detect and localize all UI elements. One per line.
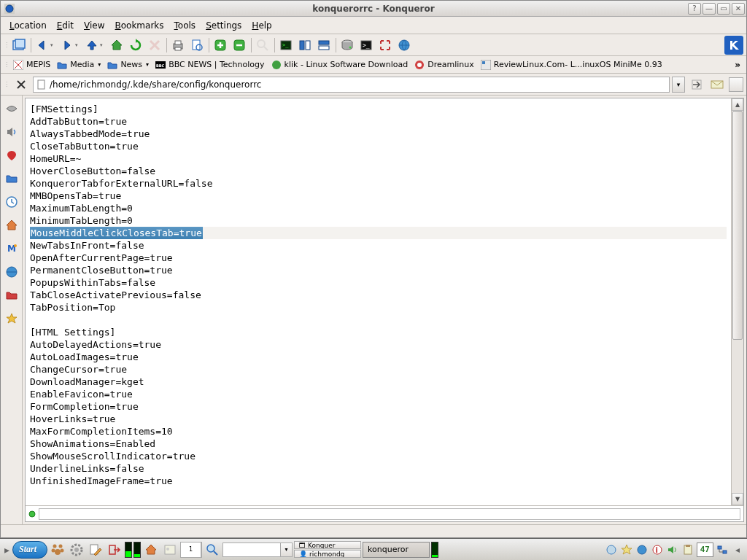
terminal-button[interactable]: >_	[276, 36, 295, 55]
search-icon[interactable]	[204, 541, 221, 559]
scroll-down[interactable]: ▼	[732, 493, 743, 505]
taskbar-item-richmondg[interactable]: 👤richmondg	[294, 550, 361, 558]
bookmark-bbc[interactable]: BBC BBC NEWS | Technology	[152, 58, 267, 72]
back-button[interactable]	[33, 36, 52, 55]
sidebar-home[interactable]	[3, 215, 20, 236]
reload-button[interactable]	[126, 36, 145, 55]
sidebar-network[interactable]	[3, 262, 20, 282]
svg-rect-18	[319, 46, 329, 50]
location-history-dropdown[interactable]: ▾	[672, 77, 685, 93]
konsole-icon[interactable]: >_	[357, 36, 376, 55]
split-vertical-button[interactable]	[295, 36, 314, 55]
sidebar-favorites[interactable]	[3, 308, 20, 329]
start-button[interactable]: Start	[12, 541, 47, 559]
tray-chat-icon[interactable]	[605, 543, 618, 556]
sidebar-audio[interactable]	[3, 122, 20, 142]
svg-text:>_: >_	[363, 42, 370, 49]
tray-star-icon[interactable]	[620, 543, 633, 556]
security-indicator[interactable]	[729, 77, 743, 92]
tray-klipper-icon[interactable]	[681, 543, 694, 556]
desktop-1[interactable]: 1	[181, 542, 201, 557]
logout-icon[interactable]	[106, 541, 123, 559]
status-dot-icon	[28, 510, 36, 518]
app-icon	[4, 3, 15, 15]
paw-icon[interactable]	[49, 541, 66, 559]
toolbar-handle[interactable]	[4, 56, 9, 74]
home-button[interactable]	[107, 36, 126, 55]
taskbar-combo[interactable]: ▾	[222, 542, 293, 557]
svg-rect-31	[482, 61, 485, 64]
location-input[interactable]: /home/richmondg/.kde/share/config/konque…	[33, 77, 670, 93]
hdd-icon[interactable]	[338, 36, 357, 55]
toolbar-handle[interactable]	[4, 36, 9, 55]
home-icon[interactable]	[142, 541, 160, 559]
contact-icon[interactable]	[161, 541, 179, 559]
sidebar-services[interactable]	[3, 98, 20, 119]
minimize-button[interactable]: —	[703, 3, 716, 15]
maximize-button[interactable]: ▭	[717, 3, 730, 15]
sidebar-history[interactable]	[3, 192, 20, 212]
tray-info-icon[interactable]: i	[651, 543, 664, 556]
bookmark-toolbar: MEPIS Media▾ News▾ BBC BBC NEWS | Techno…	[1, 56, 746, 74]
net-meter[interactable]	[431, 542, 438, 558]
scroll-up[interactable]: ▲	[732, 98, 743, 111]
tray-network-icon[interactable]	[716, 543, 729, 556]
sidebar-root[interactable]	[3, 285, 20, 306]
tray-volume-icon[interactable]	[666, 543, 679, 556]
sidebar-mandriva[interactable]: M	[3, 238, 20, 259]
mail-button[interactable]	[708, 77, 726, 93]
location-text: /home/richmondg/.kde/share/config/konque…	[50, 79, 666, 90]
bookmark-reviewlinux[interactable]: ReviewLinux.Com- L...inuxOS MiniMe 0.93	[477, 58, 665, 72]
desktop-pager[interactable]: 1	[180, 542, 202, 558]
clock[interactable]: 47	[697, 542, 713, 557]
bookmarks-overflow[interactable]: »	[732, 58, 743, 71]
menu-edit[interactable]: Edit	[53, 19, 78, 32]
edit-icon[interactable]	[87, 541, 104, 559]
forward-button[interactable]	[58, 36, 77, 55]
menu-view[interactable]: View	[80, 19, 109, 32]
cpu-meter-2[interactable]	[133, 542, 141, 558]
bookmark-klik[interactable]: klik - Linux Software Download	[268, 58, 411, 72]
print-preview-button[interactable]	[187, 36, 206, 55]
find-button[interactable]	[253, 36, 272, 55]
sidebar-bookmarks[interactable]	[3, 145, 20, 166]
zoom-in-button[interactable]	[211, 36, 230, 55]
go-button[interactable]	[688, 77, 705, 93]
fullscreen-button[interactable]	[376, 36, 395, 55]
tray-globe-icon[interactable]	[635, 543, 649, 556]
tray-hide-icon[interactable]: ◂	[731, 543, 744, 556]
bookmark-news[interactable]: News▾	[104, 58, 152, 72]
sidebar-folders[interactable]	[3, 168, 20, 189]
stop-button[interactable]	[145, 36, 164, 55]
clear-location-button[interactable]	[12, 77, 30, 93]
taskbar-item-konquerorrc[interactable]: konqueror	[363, 542, 430, 558]
text-content[interactable]: [FMSettings]AddTabButton=trueAlwaysTabbe…	[26, 98, 731, 505]
menu-bookmarks[interactable]: Bookmarks	[111, 19, 169, 32]
menu-location[interactable]: Location	[5, 19, 51, 32]
gear-icon[interactable]	[68, 541, 85, 559]
bookmark-mepis[interactable]: MEPIS	[9, 58, 53, 72]
split-horizontal-button[interactable]	[314, 36, 333, 55]
menu-settings[interactable]: Settings	[201, 19, 246, 32]
web-button[interactable]	[395, 36, 414, 55]
menu-help[interactable]: Help	[247, 19, 276, 32]
scroll-track[interactable]	[732, 111, 743, 493]
print-button[interactable]	[169, 36, 187, 55]
up-button[interactable]	[82, 36, 101, 55]
help-button[interactable]: ?	[688, 3, 701, 15]
zoom-out-button[interactable]	[230, 36, 249, 55]
scroll-thumb[interactable]	[732, 111, 743, 340]
kde-logo[interactable]	[724, 36, 743, 55]
bookmark-media[interactable]: Media▾	[53, 58, 104, 72]
menu-tools[interactable]: Tools	[170, 19, 201, 32]
vertical-scrollbar[interactable]: ▲ ▼	[731, 98, 743, 505]
taskbar-show-menu[interactable]: ▸	[3, 544, 11, 556]
new-tab-button[interactable]	[9, 36, 28, 55]
taskbar-item-konquer[interactable]: 🗔Konquer	[294, 541, 361, 549]
cpu-meter[interactable]	[125, 542, 132, 558]
svg-point-20	[349, 46, 352, 48]
toolbar-handle[interactable]	[4, 75, 9, 94]
status-input[interactable]	[39, 508, 740, 520]
close-button[interactable]: ✕	[732, 3, 745, 15]
bookmark-dreamlinux[interactable]: Dreamlinux	[411, 58, 477, 72]
